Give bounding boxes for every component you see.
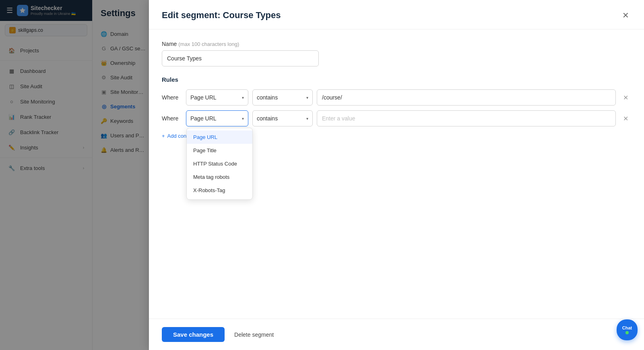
chat-label: Chat: [622, 325, 632, 330]
rule-condition-value-2: contains: [257, 115, 278, 122]
name-hint: (max 100 characters long): [178, 41, 239, 47]
rule-condition-select-1[interactable]: contains ▾: [252, 89, 313, 106]
rule-row-2: Where Page URL ▾ Page URL Page Title HTT…: [162, 110, 631, 126]
name-field-group: Name (max 100 characters long): [162, 41, 631, 66]
edit-segment-modal: Edit segment: Course Types ✕ Name (max 1…: [149, 0, 644, 350]
rule-value-input-1[interactable]: [317, 89, 616, 106]
plus-icon: +: [162, 133, 165, 139]
chevron-down-icon-1: ▾: [242, 95, 244, 100]
rule-remove-button-1[interactable]: ✕: [620, 92, 631, 103]
name-input[interactable]: [162, 50, 319, 66]
rule-condition-value-1: contains: [257, 94, 278, 101]
chat-online-indicator: [625, 331, 629, 334]
delete-segment-button[interactable]: Delete segment: [231, 327, 277, 342]
rules-label: Rules: [162, 76, 631, 83]
dropdown-item-page-url[interactable]: Page URL: [187, 130, 252, 144]
chat-button[interactable]: Chat: [617, 319, 638, 340]
name-field-label: Name (max 100 characters long): [162, 41, 631, 47]
rule-value-input-2[interactable]: [317, 110, 616, 126]
rule-remove-button-2[interactable]: ✕: [620, 113, 631, 124]
dropdown-item-meta-robots[interactable]: Meta tag robots: [187, 170, 252, 184]
rule-condition-select-2[interactable]: contains ▾: [252, 110, 313, 126]
dropdown-item-http-status[interactable]: HTTP Status Code: [187, 157, 252, 170]
modal-title: Edit segment: Course Types: [162, 10, 281, 21]
save-changes-button[interactable]: Save changes: [162, 327, 225, 342]
chevron-down-icon-4: ▾: [306, 116, 308, 121]
close-button[interactable]: ✕: [620, 10, 631, 21]
modal-footer: Save changes Delete segment: [149, 319, 644, 350]
modal-header: Edit segment: Course Types ✕: [149, 0, 644, 29]
field-dropdown-menu: Page URL Page Title HTTP Status Code Met…: [186, 128, 253, 200]
dropdown-item-x-robots[interactable]: X-Robots-Tag: [187, 184, 252, 197]
chevron-down-icon-2: ▾: [306, 95, 308, 100]
rule-field-select-1[interactable]: Page URL ▾: [186, 89, 248, 106]
rule-row-1: Where Page URL ▾ contains ▾ ✕: [162, 89, 631, 106]
where-label-1: Where: [162, 94, 182, 101]
rule-field-value-1: Page URL: [190, 94, 217, 101]
modal-body: Name (max 100 characters long) Rules Whe…: [149, 29, 644, 319]
rule-field-value-2: Page URL: [190, 115, 217, 122]
chevron-down-icon-3: ▾: [242, 116, 244, 121]
where-label-2: Where: [162, 115, 182, 122]
dropdown-item-page-title[interactable]: Page Title: [187, 144, 252, 157]
rule-field-select-2[interactable]: Page URL ▾ Page URL Page Title HTTP Stat…: [186, 110, 248, 126]
